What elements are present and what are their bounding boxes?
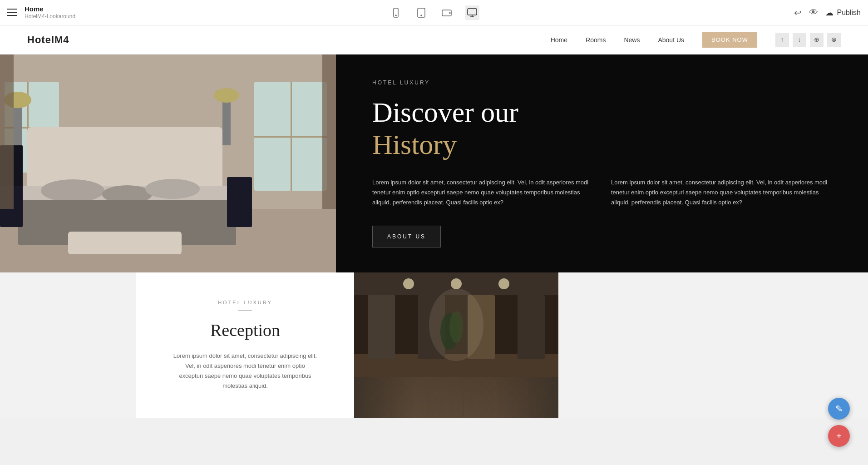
lower-section: HOTEL LUXURY Reception Lorem ipsum dolor… — [0, 272, 868, 418]
svg-point-1 — [395, 15, 396, 16]
tablet-device-icon[interactable] — [414, 5, 429, 20]
site-nav: Home Rooms News About Us BOOK NOW ↑ ↓ ⊕ … — [551, 32, 841, 48]
lower-tag: HOTEL LUXURY — [173, 300, 318, 305]
preview-icon[interactable]: 👁 — [809, 7, 818, 18]
toolbar-right: ↩ 👁 ☁ Publish — [794, 7, 861, 18]
hero-content: HOTEL LUXURY Discover our History Lorem … — [336, 54, 868, 272]
hero-col-1: Lorem ipsum dolor sit amet, consectetur … — [372, 178, 593, 208]
publish-button[interactable]: ☁ Publish — [825, 8, 861, 18]
undo-icon[interactable]: ↩ — [794, 7, 802, 18]
hero-title-white: Discover our — [372, 97, 832, 128]
fab-container: ✎ + — [828, 398, 850, 418]
mobile-device-icon[interactable] — [389, 5, 403, 20]
fab-edit-button[interactable]: ✎ — [828, 398, 850, 418]
toolbar-center — [389, 5, 479, 20]
lower-title: Reception — [173, 320, 318, 340]
svg-point-35 — [403, 278, 414, 289]
publish-label: Publish — [837, 9, 861, 17]
book-now-button[interactable]: BOOK NOW — [702, 32, 757, 48]
hero-tag: HOTEL LUXURY — [372, 79, 832, 86]
nav-about[interactable]: About Us — [658, 36, 684, 44]
toolbar: Home HotelM4-Lookaround — [0, 0, 868, 25]
lobby-inner — [354, 272, 558, 418]
lower-body-text: Lorem ipsum dolor sit amet, consectetur … — [173, 351, 318, 391]
hero-col-2: Lorem ipsum dolor sit amet, consectetur … — [611, 178, 832, 208]
bedroom-placeholder — [0, 54, 336, 272]
lower-lobby-image — [354, 272, 558, 418]
svg-point-47 — [449, 311, 463, 343]
hero-title-gold: History — [372, 128, 832, 161]
toolbar-title: Home HotelM4-Lookaround — [25, 5, 75, 20]
svg-rect-4 — [442, 10, 451, 16]
lower-divider — [238, 311, 252, 311]
about-us-button[interactable]: ABOUT US — [372, 226, 441, 247]
hero-bedroom-image — [0, 54, 336, 272]
site-logo: HotelM4 — [27, 34, 69, 46]
lower-text-area: HOTEL LUXURY Reception Lorem ipsum dolor… — [136, 272, 354, 418]
site-name: Home — [25, 5, 75, 13]
lower-left-spacer — [0, 272, 136, 418]
nav-action-3[interactable]: ⊕ — [810, 33, 824, 47]
desktop-device-icon[interactable] — [465, 5, 479, 20]
svg-rect-43 — [368, 295, 395, 359]
publish-cloud-icon: ☁ — [825, 8, 833, 18]
toolbar-left: Home HotelM4-Lookaround — [7, 5, 75, 20]
nav-action-icons: ↑ ↓ ⊕ ⊗ — [775, 33, 841, 47]
nav-news[interactable]: News — [624, 36, 640, 44]
nav-home[interactable]: Home — [551, 36, 567, 44]
nav-action-1[interactable]: ↑ — [775, 33, 789, 47]
hamburger-icon[interactable] — [7, 9, 17, 16]
nav-action-4[interactable]: ⊗ — [827, 33, 841, 47]
tablet-landscape-device-icon[interactable] — [439, 5, 454, 20]
nav-action-2[interactable]: ↓ — [793, 33, 806, 47]
hero-section: HOTEL LUXURY Discover our History Lorem … — [0, 54, 868, 272]
svg-point-37 — [498, 278, 509, 289]
hero-columns: Lorem ipsum dolor sit amet, consectetur … — [372, 178, 832, 208]
logo-text: HotelM4 — [27, 34, 69, 45]
svg-point-5 — [449, 12, 450, 13]
site-sub: HotelM4-Lookaround — [25, 13, 75, 20]
svg-point-36 — [451, 278, 462, 289]
nav-rooms[interactable]: Rooms — [586, 36, 606, 44]
svg-rect-32 — [0, 54, 336, 272]
svg-rect-42 — [518, 295, 545, 359]
site-header: HotelM4 Home Rooms News About Us BOOK NO… — [0, 25, 868, 54]
svg-rect-6 — [468, 9, 477, 15]
svg-point-3 — [421, 15, 422, 16]
